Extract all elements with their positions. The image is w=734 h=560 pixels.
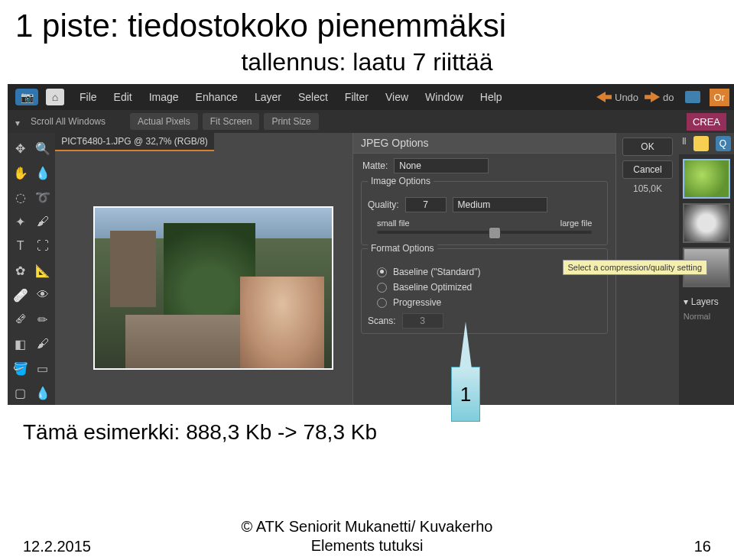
scans-input: 3 — [402, 313, 443, 329]
baseline-standard-label: Baseline ("Standard") — [393, 267, 481, 277]
redo-button[interactable]: do — [645, 92, 674, 103]
slider-thumb[interactable] — [489, 227, 501, 239]
organizer-button[interactable]: Or — [710, 89, 729, 106]
menu-help[interactable]: Help — [480, 91, 502, 103]
redo-arrow-icon — [645, 92, 660, 102]
quality-preset-select[interactable]: Medium — [453, 197, 547, 212]
grid-icon[interactable] — [685, 91, 700, 103]
crop-tool-icon[interactable]: ⛶ — [33, 235, 52, 257]
footer-credit: © ATK Seniorit Mukanetti/ Kuvakerho Elem… — [242, 517, 493, 555]
chevron-down-icon[interactable]: ▾ — [684, 296, 688, 307]
baseline-optimized-radio[interactable] — [377, 283, 387, 293]
quality-input[interactable]: 7 — [405, 197, 447, 212]
gradient-tool-icon[interactable]: ▭ — [33, 358, 52, 379]
layers-title: Layers — [691, 296, 719, 307]
image-options-title: Image Options — [368, 176, 434, 186]
footer-page: 16 — [694, 538, 711, 555]
document-tab[interactable]: PICT6480-1.JPG @ 32,7% (RGB/8) — [55, 133, 214, 151]
tooltip: Select a compression/quality setting — [563, 260, 707, 275]
menu-bar: 📷 ⌂ File Edit Image Enhance Layer Select… — [8, 84, 734, 110]
menu-view[interactable]: View — [385, 91, 408, 103]
blur-tool-icon[interactable]: 💧 — [33, 382, 52, 403]
eyedropper-tool-icon[interactable]: 💧 — [33, 162, 52, 183]
redeye-tool-icon[interactable]: 👁 — [33, 284, 52, 306]
quality-label: Quality: — [368, 199, 399, 210]
quick-select-tool-icon[interactable]: 🖌 — [33, 211, 52, 232]
example-text: Tämä esimerkki: 888,3 Kb -> 78,3 Kb — [0, 405, 734, 452]
slide-subtitle: tallennus: laatu 7 riittää — [0, 44, 734, 84]
dialog-title: JPEG Options — [353, 133, 615, 154]
eraser-tool-icon[interactable]: ◧ — [11, 333, 30, 354]
ok-button[interactable]: OK — [622, 138, 672, 156]
home-icon[interactable]: ⌂ — [46, 89, 64, 105]
menu-file[interactable]: File — [80, 91, 97, 103]
matte-select[interactable]: None — [394, 158, 489, 173]
menu-filter[interactable]: Filter — [345, 91, 369, 103]
shape-tool-icon[interactable]: ▢ — [11, 382, 30, 403]
format-options-title: Format Options — [368, 243, 437, 254]
progressive-radio[interactable] — [377, 298, 387, 308]
slide-title: 1 piste: tiedostokoko pienemmäksi — [0, 0, 734, 44]
heal-tool-icon[interactable]: 🩹 — [11, 284, 30, 306]
progressive-label: Progressive — [393, 297, 441, 308]
large-file-label: large file — [560, 218, 593, 228]
quality-slider[interactable] — [377, 231, 592, 234]
canvas-area: PICT6480-1.JPG @ 32,7% (RGB/8) — [55, 133, 352, 405]
camera-icon[interactable]: 📷 — [15, 89, 38, 105]
lasso-tool-icon[interactable]: ➰ — [33, 186, 52, 208]
cookie-tool-icon[interactable]: ✿ — [11, 260, 30, 281]
menu-image[interactable]: Image — [149, 91, 179, 103]
panel-label: ll — [682, 136, 686, 151]
callout-1: 1 — [451, 367, 480, 422]
marquee-tool-icon[interactable]: ◌ — [11, 186, 30, 208]
menu-select[interactable]: Select — [298, 91, 328, 103]
undo-button[interactable]: Undo — [596, 92, 638, 103]
small-file-label: small file — [377, 218, 410, 228]
brush-tool-icon[interactable]: 🖌 — [33, 333, 52, 354]
baseline-standard-radio[interactable] — [377, 267, 387, 277]
menu-enhance[interactable]: Enhance — [196, 91, 238, 103]
move-tool-icon[interactable]: ✥ — [11, 138, 30, 159]
photoshop-elements-window: 📷 ⌂ File Edit Image Enhance Layer Select… — [8, 84, 734, 405]
filesize-readout: 105,0K — [616, 183, 678, 194]
actual-pixels-button[interactable]: Actual Pixels — [130, 113, 198, 130]
scroll-all-windows-checkbox[interactable]: Scroll All Windows — [31, 116, 106, 127]
zoom-tool-icon[interactable]: 🔍 — [33, 138, 52, 159]
effects-icon[interactable] — [693, 136, 709, 151]
document-image[interactable] — [93, 206, 333, 370]
hand-tool-icon[interactable]: ✋ — [11, 162, 30, 183]
quick-icon[interactable]: Q — [716, 136, 731, 151]
footer-date: 12.2.2015 — [23, 538, 91, 555]
dropdown-icon[interactable]: ▾ — [15, 118, 26, 125]
menu-window[interactable]: Window — [425, 91, 463, 103]
baseline-optimized-label: Baseline Optimized — [393, 282, 472, 293]
options-bar: ▾ Scroll All Windows Actual Pixels Fit S… — [8, 110, 734, 133]
create-button[interactable]: CREA — [687, 113, 726, 131]
straighten-tool-icon[interactable]: 📐 — [33, 260, 52, 281]
effect-thumb[interactable] — [683, 159, 730, 199]
pencil-tool-icon[interactable]: ✏ — [33, 309, 52, 330]
scans-label: Scans: — [368, 316, 396, 326]
blend-mode-select[interactable]: Normal — [679, 312, 734, 321]
fit-screen-button[interactable]: Fit Screen — [203, 113, 260, 130]
stamp-tool-icon[interactable]: 🗞 — [11, 309, 30, 330]
matte-label: Matte: — [362, 160, 388, 171]
wand-tool-icon[interactable]: ✦ — [11, 211, 30, 232]
menu-edit[interactable]: Edit — [114, 91, 132, 103]
tool-palette: ✥ 🔍 ✋ 💧 ◌ ➰ ✦ 🖌 T ⛶ ✿ 📐 🩹 👁 🗞 ✏ ◧ 🖌 🪣 ▭ … — [8, 133, 55, 405]
bucket-tool-icon[interactable]: 🪣 — [11, 358, 30, 379]
image-options-group: Image Options Quality: 7 Medium small fi… — [361, 181, 608, 245]
effect-thumb[interactable] — [683, 203, 730, 243]
print-size-button[interactable]: Print Size — [264, 113, 318, 130]
type-tool-icon[interactable]: T — [11, 235, 30, 257]
menu-layer[interactable]: Layer — [255, 91, 281, 103]
cancel-button[interactable]: Cancel — [622, 160, 672, 179]
